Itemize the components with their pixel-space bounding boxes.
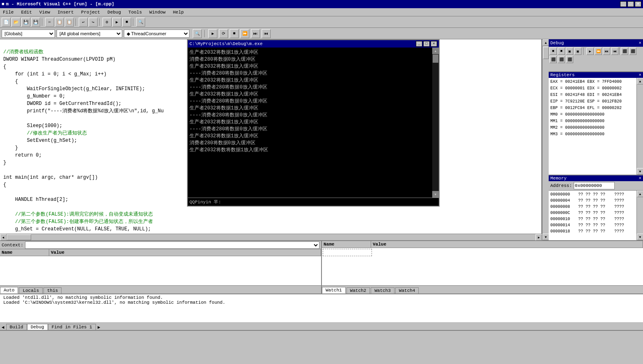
dbg-btn-6[interactable]: ⏩ (595, 48, 602, 55)
reg-scrollbar[interactable]: ▲ ▼ (636, 78, 643, 175)
h-scroll-track[interactable] (7, 234, 536, 240)
save-button[interactable]: 💾 (21, 18, 30, 27)
separator-4 (133, 18, 135, 26)
dbg-btn-9[interactable]: ⬛ (621, 48, 628, 55)
scroll-left-button[interactable]: ◄ (0, 234, 7, 241)
code-line-9: printf("----消费者%d将数据%d放入缓冲区\n",id, g_Nu (3, 108, 164, 114)
debug-console-controls[interactable]: _ □ × (416, 41, 437, 47)
mem-chars-3: ???? (614, 210, 624, 216)
console-maximize[interactable]: □ (423, 41, 430, 47)
console-scroll-thumb[interactable] (433, 55, 438, 63)
dbg-btn-11[interactable]: ⬛ (550, 56, 557, 63)
tab-watch4[interactable]: Watch4 (395, 287, 419, 293)
debug-btn-4[interactable]: ⏩ (240, 29, 249, 38)
scroll-up-button[interactable]: ▲ (543, 39, 549, 46)
menu-insert[interactable]: Insert (56, 9, 75, 15)
menu-project[interactable]: Project (80, 9, 101, 15)
title-controls[interactable]: _ □ × (620, 1, 641, 7)
scroll-thumb[interactable] (543, 47, 549, 59)
debug-btn-6[interactable]: ⏮ (262, 29, 271, 38)
code-v-scrollbar[interactable]: ▲ ▼ (542, 39, 549, 240)
address-input[interactable] (574, 182, 615, 189)
mem-scroll-track[interactable] (637, 197, 643, 234)
console-scroll-up[interactable]: ▲ (432, 48, 439, 54)
scroll-right-tabs[interactable]: ► (96, 325, 102, 330)
dbg-btn-4[interactable]: ▣ (574, 48, 581, 55)
watch-input[interactable] (323, 249, 372, 256)
mem-scroll-up[interactable]: ▲ (637, 191, 643, 197)
members-combo[interactable]: [All global members] (57, 30, 122, 38)
dbg-btn-3[interactable]: ▣ (566, 48, 573, 55)
scroll-down-button[interactable]: ▼ (543, 234, 549, 240)
tab-watch3[interactable]: Watch3 (371, 287, 394, 293)
debug-btn-5[interactable]: ⏭ (251, 29, 260, 38)
debug-btn-1[interactable]: ▶ (208, 29, 217, 38)
debug-panel-close[interactable]: × (638, 41, 641, 46)
console-scroll-track[interactable] (432, 54, 439, 191)
stop-button[interactable]: ■ (122, 18, 131, 27)
context-combo[interactable]: [Globals] (2, 30, 55, 38)
menu-help[interactable]: Help (172, 9, 185, 15)
debug-btn-3[interactable]: ■ (230, 29, 239, 38)
find-button[interactable]: 🔍 (136, 18, 145, 27)
dbg-btn-7[interactable]: ⏭ (603, 48, 610, 55)
undo-button[interactable]: ↩ (79, 18, 88, 27)
close-button[interactable]: × (635, 1, 641, 7)
dbg-btn-12[interactable]: ⬛ (558, 56, 565, 63)
tab-debug-output[interactable]: Debug (27, 324, 48, 330)
tab-locals[interactable]: Locals (19, 287, 43, 293)
cut-button[interactable]: ✂ (45, 18, 54, 27)
memory-close[interactable]: × (638, 176, 641, 181)
tab-this[interactable]: this (43, 287, 62, 293)
run-button[interactable]: ▶ (112, 18, 121, 27)
memory-scrollbar[interactable]: ▲ ▼ (636, 191, 643, 240)
menu-file[interactable]: File (2, 9, 15, 15)
dbg-btn-8[interactable]: ⏮ (611, 48, 618, 55)
dbg-btn-2[interactable]: ■ (558, 48, 565, 55)
reg-scroll-track[interactable] (637, 84, 643, 168)
paste-button[interactable]: 📋 (65, 18, 74, 27)
scroll-left-tabs[interactable]: ◄ (0, 325, 6, 330)
maximize-button[interactable]: □ (627, 1, 634, 7)
menu-window[interactable]: Window (148, 9, 167, 15)
debug-btn-2[interactable]: ⟳ (219, 29, 228, 38)
context-select[interactable] (25, 241, 319, 249)
menu-view[interactable]: View (38, 9, 51, 15)
mem-bytes-1: ?? ?? ?? ?? (578, 198, 611, 204)
dbg-btn-5[interactable]: ▶ (586, 48, 594, 55)
console-scroll-down[interactable]: ▼ (432, 191, 439, 198)
registers-close[interactable]: × (638, 73, 641, 77)
dbg-btn-10[interactable]: ⬛ (629, 48, 636, 55)
new-button[interactable]: 📄 (2, 18, 11, 27)
menu-edit[interactable]: Edit (20, 9, 33, 15)
tab-find-in-files[interactable]: Find in Files 1 (48, 324, 96, 330)
console-scrollbar[interactable]: ▲ ▼ (432, 48, 439, 198)
dbg-btn-1[interactable]: ■ (550, 48, 557, 55)
search-button[interactable]: 🔍 (193, 29, 202, 38)
menu-debug[interactable]: Debug (106, 9, 122, 15)
h-scrollbar[interactable]: ◄ ► (0, 234, 542, 240)
function-combo[interactable]: ◆ ThreadConsumer (124, 30, 189, 38)
mem-scroll-down[interactable]: ▼ (637, 234, 643, 240)
scroll-right-button[interactable]: ► (536, 234, 542, 241)
minimize-button[interactable]: _ (620, 1, 627, 7)
console-close[interactable]: × (431, 41, 437, 47)
console-minimize[interactable]: _ (416, 41, 422, 47)
h-scroll-thumb[interactable] (7, 234, 31, 240)
copy-button[interactable]: 📋 (55, 18, 64, 27)
tab-build[interactable]: Build (6, 324, 27, 330)
reg-scroll-up[interactable]: ▲ (637, 78, 643, 84)
tab-auto[interactable]: Auto (0, 287, 18, 293)
tab-watch1[interactable]: Watch1 (322, 287, 346, 293)
reg-scroll-down[interactable]: ▼ (637, 168, 643, 175)
mem-chars-4: ???? (614, 216, 624, 222)
output-line-1: Loaded 'ntdll.dll', no matching symbolic… (3, 295, 640, 300)
save-all-button[interactable]: 💾 (31, 18, 40, 27)
redo-button[interactable]: ↪ (89, 18, 98, 27)
build-button[interactable]: ⚙ (103, 18, 112, 27)
scroll-track[interactable] (543, 46, 549, 234)
tab-watch2[interactable]: Watch2 (347, 287, 370, 293)
menu-tools[interactable]: Tools (127, 9, 143, 15)
dbg-btn-13[interactable]: ⬛ (566, 56, 573, 63)
open-button[interactable]: 📂 (11, 18, 21, 27)
